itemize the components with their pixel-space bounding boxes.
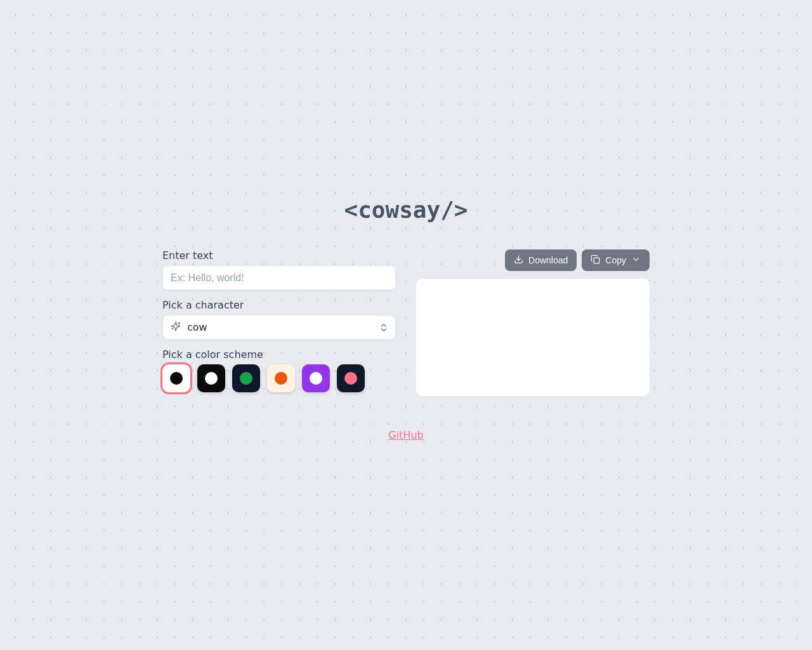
color-swatch-row <box>162 364 396 392</box>
copy-button[interactable]: Copy <box>582 249 650 271</box>
output-preview <box>416 279 650 396</box>
enter-text-label: Enter text <box>162 249 396 262</box>
color-swatch-2[interactable] <box>232 364 260 392</box>
color-swatch-0[interactable] <box>162 364 190 392</box>
download-button-label: Download <box>528 255 568 265</box>
chevron-down-icon <box>631 255 641 266</box>
color-swatch-dot <box>170 372 183 385</box>
character-field-block: Pick a character cow <box>162 299 396 340</box>
color-swatch-dot <box>344 372 357 385</box>
output-toolbar: Download Copy <box>505 249 650 271</box>
controls-panel: Enter text Pick a character cow <box>162 249 396 401</box>
svg-rect-1 <box>594 258 599 263</box>
color-swatch-5[interactable] <box>337 364 365 392</box>
color-field-block: Pick a color scheme <box>162 348 396 392</box>
chevrons-up-down-icon <box>379 322 389 333</box>
text-input[interactable] <box>162 265 396 290</box>
color-swatch-4[interactable] <box>302 364 330 392</box>
copy-button-label: Copy <box>605 255 626 265</box>
character-select[interactable]: cow <box>162 315 396 340</box>
color-swatch-dot <box>205 372 218 385</box>
text-field-block: Enter text <box>162 249 396 290</box>
download-icon <box>514 255 523 266</box>
color-swatch-dot <box>310 372 322 385</box>
color-swatch-dot <box>275 372 287 385</box>
output-panel: Download Copy <box>416 249 650 401</box>
sparkles-icon <box>171 321 181 334</box>
copy-icon <box>591 255 600 266</box>
main-content: Enter text Pick a character cow <box>162 249 650 401</box>
color-swatch-1[interactable] <box>197 364 225 392</box>
pick-color-label: Pick a color scheme <box>162 348 396 361</box>
download-button[interactable]: Download <box>505 249 577 271</box>
page-title: <cowsay/> <box>344 197 468 223</box>
color-swatch-3[interactable] <box>267 364 295 392</box>
character-select-value: cow <box>187 321 207 333</box>
github-link[interactable]: GitHub <box>388 429 423 441</box>
color-swatch-dot <box>240 372 252 385</box>
pick-character-label: Pick a character <box>162 299 396 311</box>
